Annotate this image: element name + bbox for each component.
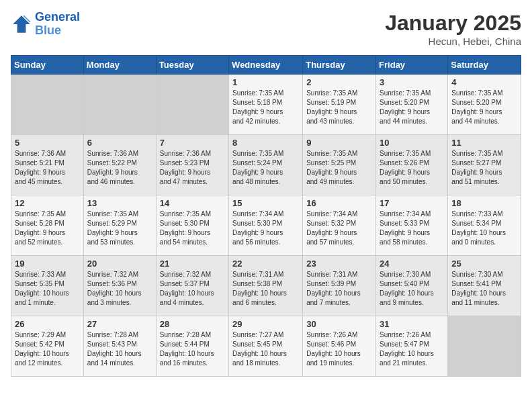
calendar-week-4: 19Sunrise: 7:33 AM Sunset: 5:35 PM Dayli… (11, 256, 521, 316)
day-info: Sunrise: 7:32 AM Sunset: 5:36 PM Dayligh… (87, 270, 152, 308)
calendar-cell (11, 75, 84, 135)
logo-text: General Blue (35, 11, 80, 38)
calendar-cell: 26Sunrise: 7:29 AM Sunset: 5:42 PM Dayli… (11, 316, 84, 377)
day-info: Sunrise: 7:35 AM Sunset: 5:25 PM Dayligh… (306, 149, 372, 187)
day-number: 5 (15, 138, 80, 148)
calendar-cell: 8Sunrise: 7:35 AM Sunset: 5:24 PM Daylig… (229, 135, 303, 195)
day-number: 12 (15, 198, 80, 208)
calendar-cell: 17Sunrise: 7:34 AM Sunset: 5:33 PM Dayli… (376, 195, 448, 256)
calendar-table: SundayMondayTuesdayWednesdayThursdayFrid… (11, 55, 521, 377)
day-info: Sunrise: 7:30 AM Sunset: 5:41 PM Dayligh… (451, 270, 517, 308)
month-title: January 2025 (385, 11, 521, 36)
day-number: 9 (306, 138, 372, 148)
day-info: Sunrise: 7:35 AM Sunset: 5:30 PM Dayligh… (160, 210, 225, 247)
day-info: Sunrise: 7:35 AM Sunset: 5:28 PM Dayligh… (15, 210, 80, 247)
day-info: Sunrise: 7:35 AM Sunset: 5:18 PM Dayligh… (232, 89, 299, 126)
day-number: 31 (380, 319, 444, 329)
logo: General Blue (11, 11, 80, 38)
day-number: 21 (160, 259, 225, 269)
calendar-cell (156, 75, 228, 135)
title-area: January 2025 Hecun, Hebei, China (385, 11, 521, 47)
weekday-header-row: SundayMondayTuesdayWednesdayThursdayFrid… (11, 56, 521, 75)
svg-marker-0 (13, 15, 30, 33)
day-number: 28 (160, 319, 225, 329)
calendar-cell: 25Sunrise: 7:30 AM Sunset: 5:41 PM Dayli… (448, 256, 521, 316)
calendar-cell: 7Sunrise: 7:36 AM Sunset: 5:23 PM Daylig… (156, 135, 228, 195)
weekday-header-monday: Monday (83, 56, 156, 75)
day-info: Sunrise: 7:35 AM Sunset: 5:20 PM Dayligh… (451, 89, 517, 126)
day-number: 24 (380, 259, 444, 269)
logo-icon (11, 13, 32, 35)
day-info: Sunrise: 7:34 AM Sunset: 5:32 PM Dayligh… (306, 210, 372, 247)
calendar-cell: 13Sunrise: 7:35 AM Sunset: 5:29 PM Dayli… (83, 195, 156, 256)
day-number: 22 (232, 259, 299, 269)
day-number: 2 (306, 77, 372, 87)
calendar-cell: 11Sunrise: 7:35 AM Sunset: 5:27 PM Dayli… (448, 135, 521, 195)
day-info: Sunrise: 7:29 AM Sunset: 5:42 PM Dayligh… (15, 330, 80, 368)
calendar-cell: 29Sunrise: 7:27 AM Sunset: 5:45 PM Dayli… (229, 316, 303, 377)
day-info: Sunrise: 7:31 AM Sunset: 5:39 PM Dayligh… (306, 270, 372, 308)
day-info: Sunrise: 7:35 AM Sunset: 5:24 PM Dayligh… (232, 149, 299, 187)
calendar-cell: 12Sunrise: 7:35 AM Sunset: 5:28 PM Dayli… (11, 195, 84, 256)
day-info: Sunrise: 7:28 AM Sunset: 5:43 PM Dayligh… (87, 330, 152, 368)
day-number: 14 (160, 198, 225, 208)
day-number: 23 (306, 259, 372, 269)
day-info: Sunrise: 7:35 AM Sunset: 5:19 PM Dayligh… (306, 89, 372, 126)
calendar-cell: 4Sunrise: 7:35 AM Sunset: 5:20 PM Daylig… (448, 75, 521, 135)
day-number: 19 (15, 259, 80, 269)
calendar-cell: 28Sunrise: 7:28 AM Sunset: 5:44 PM Dayli… (156, 316, 228, 377)
day-number: 29 (232, 319, 299, 329)
day-number: 4 (451, 77, 517, 87)
day-number: 17 (380, 198, 444, 208)
calendar-week-3: 12Sunrise: 7:35 AM Sunset: 5:28 PM Dayli… (11, 195, 521, 256)
weekday-header-thursday: Thursday (303, 56, 376, 75)
day-number: 15 (232, 198, 299, 208)
calendar-cell: 14Sunrise: 7:35 AM Sunset: 5:30 PM Dayli… (156, 195, 228, 256)
day-number: 7 (160, 138, 225, 148)
calendar-cell: 5Sunrise: 7:36 AM Sunset: 5:21 PM Daylig… (11, 135, 84, 195)
day-number: 3 (380, 77, 444, 87)
day-info: Sunrise: 7:34 AM Sunset: 5:30 PM Dayligh… (232, 210, 299, 247)
day-number: 6 (87, 138, 152, 148)
calendar-body: 1Sunrise: 7:35 AM Sunset: 5:18 PM Daylig… (11, 75, 521, 377)
calendar-cell: 20Sunrise: 7:32 AM Sunset: 5:36 PM Dayli… (83, 256, 156, 316)
day-info: Sunrise: 7:34 AM Sunset: 5:33 PM Dayligh… (380, 210, 444, 247)
day-info: Sunrise: 7:36 AM Sunset: 5:21 PM Dayligh… (15, 149, 80, 187)
calendar-cell: 6Sunrise: 7:36 AM Sunset: 5:22 PM Daylig… (83, 135, 156, 195)
calendar-cell: 30Sunrise: 7:26 AM Sunset: 5:46 PM Dayli… (303, 316, 376, 377)
calendar-cell: 1Sunrise: 7:35 AM Sunset: 5:18 PM Daylig… (229, 75, 303, 135)
day-info: Sunrise: 7:35 AM Sunset: 5:26 PM Dayligh… (380, 149, 444, 187)
day-info: Sunrise: 7:35 AM Sunset: 5:29 PM Dayligh… (87, 210, 152, 247)
calendar-cell: 15Sunrise: 7:34 AM Sunset: 5:30 PM Dayli… (229, 195, 303, 256)
calendar-cell: 23Sunrise: 7:31 AM Sunset: 5:39 PM Dayli… (303, 256, 376, 316)
weekday-header-friday: Friday (376, 56, 448, 75)
calendar-cell: 22Sunrise: 7:31 AM Sunset: 5:38 PM Dayli… (229, 256, 303, 316)
weekday-header-tuesday: Tuesday (156, 56, 228, 75)
day-info: Sunrise: 7:36 AM Sunset: 5:22 PM Dayligh… (87, 149, 152, 187)
calendar-cell: 18Sunrise: 7:33 AM Sunset: 5:34 PM Dayli… (448, 195, 521, 256)
day-info: Sunrise: 7:31 AM Sunset: 5:38 PM Dayligh… (232, 270, 299, 308)
day-info: Sunrise: 7:35 AM Sunset: 5:27 PM Dayligh… (451, 149, 517, 187)
page-header: General Blue January 2025 Hecun, Hebei, … (11, 11, 521, 47)
day-info: Sunrise: 7:32 AM Sunset: 5:37 PM Dayligh… (160, 270, 225, 308)
day-info: Sunrise: 7:33 AM Sunset: 5:34 PM Dayligh… (451, 210, 517, 247)
calendar-cell: 3Sunrise: 7:35 AM Sunset: 5:20 PM Daylig… (376, 75, 448, 135)
day-number: 20 (87, 259, 152, 269)
calendar-header: SundayMondayTuesdayWednesdayThursdayFrid… (11, 56, 521, 75)
calendar-cell: 9Sunrise: 7:35 AM Sunset: 5:25 PM Daylig… (303, 135, 376, 195)
day-number: 26 (15, 319, 80, 329)
day-number: 25 (451, 259, 517, 269)
day-number: 16 (306, 198, 372, 208)
day-info: Sunrise: 7:26 AM Sunset: 5:46 PM Dayligh… (306, 330, 372, 368)
weekday-header-wednesday: Wednesday (229, 56, 303, 75)
day-info: Sunrise: 7:28 AM Sunset: 5:44 PM Dayligh… (160, 330, 225, 368)
weekday-header-sunday: Sunday (11, 56, 84, 75)
calendar-cell (448, 316, 521, 377)
calendar-cell (83, 75, 156, 135)
day-number: 13 (87, 198, 152, 208)
calendar-cell: 31Sunrise: 7:26 AM Sunset: 5:47 PM Dayli… (376, 316, 448, 377)
calendar-cell: 19Sunrise: 7:33 AM Sunset: 5:35 PM Dayli… (11, 256, 84, 316)
day-info: Sunrise: 7:30 AM Sunset: 5:40 PM Dayligh… (380, 270, 444, 308)
day-number: 8 (232, 138, 299, 148)
calendar-cell: 27Sunrise: 7:28 AM Sunset: 5:43 PM Dayli… (83, 316, 156, 377)
